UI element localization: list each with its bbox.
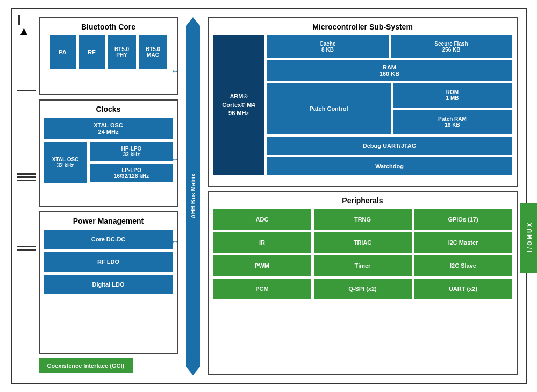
xtal-osc-24-block: XTAL OSC24 MHz <box>44 118 173 139</box>
ram-block: RAM160 KB <box>267 60 512 81</box>
ahb-label: AHB Bus Matrix <box>190 174 196 218</box>
diagram-container: ▲ Bluetooth Core PA RF <box>11 8 527 384</box>
power-blocks: Core DC-DC RF LDO Digital LDO <box>44 230 173 294</box>
peripherals-section: Peripherals ADC TRNG GPIOs (17) IR TRIAC… <box>208 191 518 375</box>
right-column: Microcontroller Sub-System ARM®Cortex® M… <box>208 17 518 375</box>
outer-wrapper: ▲ Bluetooth Core PA RF <box>17 15 520 378</box>
mcu-title: Microcontroller Sub-System <box>213 23 512 31</box>
pa-block: PA <box>50 35 76 69</box>
gpios-block: GPIOs (17) <box>414 209 512 230</box>
bt50-mac-block: BT5.0MAC <box>139 35 167 69</box>
watchdog-block: Watchdog <box>267 157 512 175</box>
coex-block: Coexistence Interface (GCI) <box>39 358 133 373</box>
i2c-slave-block: I2C Slave <box>414 255 512 276</box>
peripherals-grid: ADC TRNG GPIOs (17) IR TRIAC I2C Master … <box>213 209 512 299</box>
mcu-row-1: Cache8 KB Secure Flash256 KB <box>267 35 512 58</box>
left-column: Bluetooth Core PA RF BT5.0PHY BT5.0MAC C… <box>39 17 178 375</box>
ahb-bus-wrapper: AHB Bus Matrix ↔ ↔ ↔ ↔ ↔ ↔ <box>178 17 208 375</box>
arrow-coex: ↔ <box>189 351 197 359</box>
trng-block: TRNG <box>314 209 412 230</box>
clocks-title: Clocks <box>44 105 173 113</box>
hp-lpo-block: HP-LPO32 kHz <box>90 142 173 161</box>
adc-block: ADC <box>213 209 311 230</box>
patch-control-block: Patch Control <box>267 83 391 134</box>
xtal-osc-32-block: XTAL OSC32 kHz <box>44 142 87 183</box>
rom-block: ROM1 MB <box>393 83 512 108</box>
ahb-arrow-top <box>186 17 200 26</box>
mcu-blocks-right: Cache8 KB Secure Flash256 KB RAM160 KB P… <box>267 35 512 175</box>
cache-block: Cache8 KB <box>267 35 389 58</box>
patch-ram-block: Patch RAM16 KB <box>393 110 512 134</box>
bluetooth-title: Bluetooth Core <box>44 23 173 31</box>
mcu-row-4: Debug UART/JTAG <box>267 137 512 155</box>
arm-block: ARM®Cortex® M496 MHz <box>213 35 264 175</box>
bluetooth-blocks: PA RF BT5.0PHY BT5.0MAC <box>44 35 173 69</box>
mcu-row-2: RAM160 KB <box>267 60 512 81</box>
ahb-arrow-bottom <box>186 367 200 375</box>
io-mux-arrow: ↔ <box>534 232 538 244</box>
timer-block: Timer <box>314 255 412 276</box>
peripherals-title: Peripherals <box>213 196 512 205</box>
mcu-patch-col: ROM1 MB Patch RAM16 KB <box>393 83 512 134</box>
clocks-section: Clocks XTAL OSC24 MHz XTAL OSC32 kHz HP-… <box>39 99 178 207</box>
bt50-phy-block: BT5.0PHY <box>108 35 136 69</box>
qspi-block: Q-SPI (x2) <box>314 279 412 299</box>
mcu-section: Microcontroller Sub-System ARM®Cortex® M… <box>208 17 518 187</box>
digital-ldo-block: Digital LDO <box>44 275 173 294</box>
mcu-row-3: Patch Control ROM1 MB Patch RAM16 KB <box>267 83 512 134</box>
i2c-master-block: I2C Master <box>414 232 512 253</box>
arrow-clocks: ↔ <box>171 155 178 163</box>
mcu-row-5: Watchdog <box>267 157 512 175</box>
power-section: Power Management Core DC-DC RF LDO Digit… <box>39 211 178 354</box>
debug-uart-block: Debug UART/JTAG <box>267 137 512 155</box>
core-dc-dc-block: Core DC-DC <box>44 230 173 249</box>
lpo-blocks: HP-LPO32 kHz LP-LPO16/32/128 kHz <box>90 142 173 183</box>
mcu-inner: ARM®Cortex® M496 MHz Cache8 KB Secure Fl… <box>213 35 512 175</box>
arrow-bt: ↔ <box>171 67 178 75</box>
ir-block: IR <box>213 232 311 253</box>
pcm-block: PCM <box>213 279 311 299</box>
triac-block: TRIAC <box>314 232 412 253</box>
rf-block: RF <box>79 35 105 69</box>
rf-ldo-block: RF LDO <box>44 252 173 272</box>
ahb-bar: AHB Bus Matrix ↔ ↔ ↔ ↔ ↔ <box>186 26 200 367</box>
main-layout: Bluetooth Core PA RF BT5.0PHY BT5.0MAC C… <box>17 15 520 378</box>
bluetooth-section: Bluetooth Core PA RF BT5.0PHY BT5.0MAC <box>39 17 178 95</box>
arrow-power: ↔ <box>171 237 178 246</box>
uart-block: UART (x2) <box>414 279 512 299</box>
lp-lpo-block: LP-LPO16/32/128 kHz <box>90 164 173 182</box>
coex-row: Coexistence Interface (GCI) <box>39 358 178 373</box>
pwm-block: PWM <box>213 255 311 276</box>
power-title: Power Management <box>44 217 173 225</box>
clocks-bottom-row: XTAL OSC32 kHz HP-LPO32 kHz LP-LPO16/32/… <box>44 142 173 183</box>
secure-flash-block: Secure Flash256 KB <box>391 35 512 58</box>
